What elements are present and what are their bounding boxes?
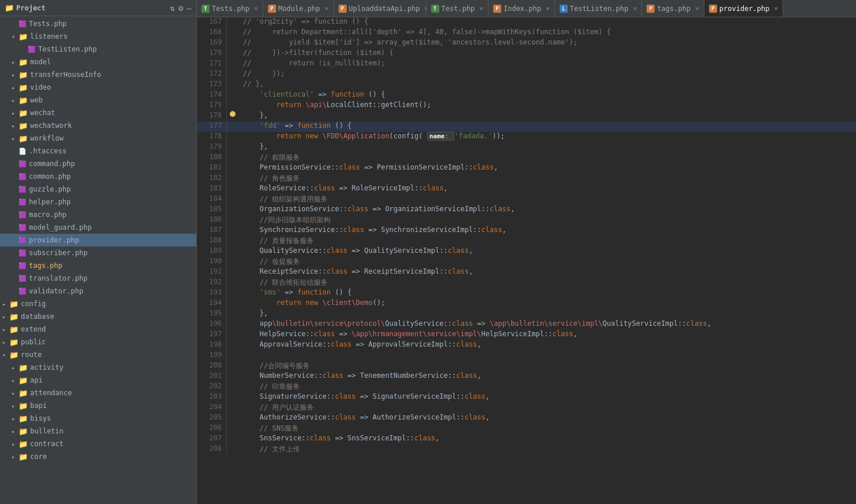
file-label: bapi [30,402,47,410]
sidebar-item-database[interactable]: ▸📁database [0,310,196,323]
file-label: workflow [30,134,64,142]
sidebar-item-bapi[interactable]: ▸📁bapi [0,399,196,412]
table-row: 195 }, [197,309,856,319]
sidebar-item-model_guard[interactable]: 🟪model_guard.php [0,221,196,234]
sidebar-item-route[interactable]: ▾📁route [0,348,196,361]
expand-arrow: ▸ [12,84,17,91]
sidebar-item-video[interactable]: ▸📁video [0,81,196,94]
tab-test[interactable]: T Test.php ✕ [427,0,488,17]
tab-close-button[interactable]: ✕ [479,5,483,12]
tab-close-button[interactable]: ✕ [325,5,329,12]
sidebar-item-attendance[interactable]: ▸📁attendance [0,387,196,399]
sidebar-item-macro[interactable]: 🟪macro.php [0,208,196,221]
tab-icon: P [709,5,717,13]
line-code: 'clientLocal' => function () { [238,90,856,101]
table-row: 203 SignatureService::class => Signature… [197,392,856,403]
php-file-icon: 🟪 [19,275,27,282]
tab-uploaddata[interactable]: P UploaddataApi.php ✕ [334,0,427,17]
sidebar-item-api[interactable]: ▸📁api [0,374,196,387]
tab-close-button[interactable]: ✕ [695,5,699,12]
table-row: 194 return new \client\Demo(); [197,299,856,309]
line-number: 167 [197,17,227,28]
sidebar-item-tests[interactable]: 🟪Tests.php [0,17,196,30]
php-file-icon: 🟪 [19,249,27,257]
tab-close-button[interactable]: ✕ [633,5,637,12]
sidebar-item-wechat[interactable]: ▸📁wechat [0,106,196,119]
table-row: 188 // 质量报备服务 [197,236,856,247]
table-row: 183 RoleService::class => RoleServiceImp… [197,184,856,194]
sidebar-item-translator[interactable]: 🟪translator.php [0,272,196,285]
expand-arrow: ▸ [12,365,17,371]
line-number: 170 [197,49,227,59]
tab-close-button[interactable]: ✕ [546,5,550,12]
line-number: 194 [197,299,227,309]
folder-icon: 📁 [19,453,28,461]
sidebar-item-extend[interactable]: ▸📁extend [0,323,196,336]
table-row: 170// })->filter(function ($item) { [197,49,856,59]
line-number: 173 [197,80,227,90]
sidebar-item-contract[interactable]: ▸📁contract [0,437,196,450]
line-gutter [227,403,238,413]
sidebar-item-listeners[interactable]: ▾📁listeners [0,30,196,43]
tab-icon: T [201,5,210,13]
table-row: 169// yield $item['id'] => array_get($it… [197,38,856,49]
tab-module[interactable]: P Module.php ✕ [263,0,334,17]
php-file-icon: 🟪 [19,173,27,181]
tab-bar: T Tests.php ✕ P Module.php ✕ P Uploaddat… [197,0,856,17]
sidebar-item-workflow[interactable]: ▸📁workflow [0,132,196,145]
tab-close-button[interactable]: ✕ [254,5,258,12]
tab-tests[interactable]: T Tests.php ✕ [197,0,263,17]
sidebar-item-bulletin[interactable]: ▸📁bulletin [0,425,196,437]
sidebar-item-guzzle[interactable]: 🟪guzzle.php [0,183,196,196]
line-number: 208 [197,444,227,455]
line-code: SnsService::class => SnsServiceImpl::cla… [238,434,856,444]
file-tree: 🟪Tests.php▾📁listeners 🟪TestListen.php▸📁m… [0,16,196,504]
tab-label: tags.php [657,5,690,13]
sidebar-item-htaccess[interactable]: 📄.htaccess [0,145,196,157]
sidebar-item-testlisten[interactable]: 🟪TestListen.php [0,43,196,56]
tab-index[interactable]: P Index.php ✕ [488,0,555,17]
sidebar-item-subscriber[interactable]: 🟪subscriber.php [0,247,196,259]
line-number: 190 [197,257,227,267]
table-row: 206 // SNS服务 [197,424,856,434]
tab-tags[interactable]: P tags.php ✕ [642,0,704,17]
sidebar-item-helper[interactable]: 🟪helper.php [0,196,196,208]
file-label: transferHouseInfo [30,71,101,79]
file-label: video [30,83,51,91]
sidebar-collapse-icon[interactable]: — [187,3,192,13]
sidebar-item-config[interactable]: ▸📁config [0,297,196,310]
sidebar-item-transferhouseinfo[interactable]: ▸📁transferHouseInfo [0,68,196,81]
sidebar-item-tags[interactable]: 🟪tags.php [0,259,196,272]
table-row: 205 AuthorizeService::class => Authorize… [197,413,856,424]
php-file-icon: 🟪 [19,20,27,28]
php-file-icon: 🟪 [19,288,27,295]
tab-label: TestListen.php [570,5,629,13]
line-number: 168 [197,28,227,38]
sidebar-gear-icon[interactable]: ⚙ [178,3,183,13]
file-label: extend [21,325,46,333]
sidebar-item-model[interactable]: ▸📁model [0,56,196,68]
sidebar-item-common[interactable]: 🟪common.php [0,170,196,183]
sidebar-item-activity[interactable]: ▸📁activity [0,361,196,374]
sidebar-item-provider[interactable]: 🟪provider.php [0,234,196,247]
sidebar-item-core[interactable]: ▸📁core [0,450,196,463]
sidebar-item-bisys[interactable]: ▸📁bisys [0,412,196,425]
sidebar-item-validator[interactable]: 🟪validator.php [0,285,196,297]
sidebar-item-public[interactable]: ▸📁public [0,336,196,348]
table-row: 168// return Department::all(['depth' =>… [197,28,856,38]
sidebar-item-web[interactable]: ▸📁web [0,94,196,106]
tab-provider[interactable]: P provider.php ✕ [704,0,783,17]
code-editor[interactable]: 167// 'org2city' => function () {168// r… [197,17,856,504]
table-row: 197 HelpService::class => \app\hrmanagem… [197,330,856,340]
tab-label: provider.php [719,5,770,13]
folder-icon: 📁 [9,312,19,321]
expand-arrow: ▸ [12,72,17,78]
line-gutter [227,267,238,278]
line-code: // })->filter(function ($item) { [238,49,856,59]
sidebar-settings-icon[interactable]: ⇅ [170,3,175,13]
sidebar-item-command[interactable]: 🟪command.php [0,157,196,170]
tab-testlisten[interactable]: L TestListen.php ✕ [555,0,642,17]
dotfile-icon: 📄 [19,148,27,155]
sidebar-item-wechatwork[interactable]: ▸📁wechatwork [0,119,196,132]
tab-close-button[interactable]: ✕ [774,5,778,12]
